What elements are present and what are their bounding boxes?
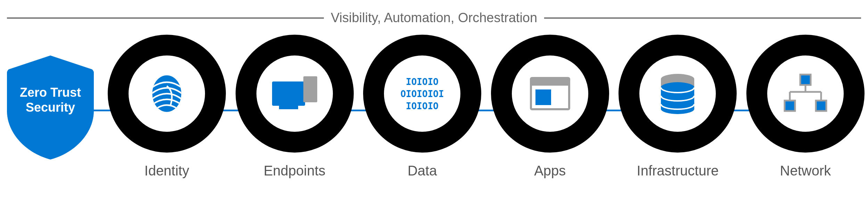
svg-rect-21 — [816, 101, 826, 111]
devices-icon — [270, 69, 319, 118]
pillar-ring-infrastructure — [619, 35, 737, 153]
window-icon — [526, 69, 574, 118]
pillar-data: IOIOIO OIOIOIOI IOIOIO Data — [363, 35, 481, 179]
pillar-label-infrastructure: Infrastructure — [637, 163, 719, 179]
header-divider: Visibility, Automation, Orchestration — [7, 10, 861, 25]
pillar-label-data: Data — [408, 163, 437, 179]
svg-text:OIOIOIOI: OIOIOIOI — [401, 89, 444, 99]
shield-title: Zero Trust Security — [7, 85, 94, 115]
binary-icon: IOIOIO OIOIOIOI IOIOIO — [398, 69, 447, 118]
shield-title-line1: Zero Trust — [20, 85, 81, 100]
pillar-infrastructure: Infrastructure — [619, 35, 737, 179]
svg-rect-20 — [785, 101, 795, 111]
network-icon — [781, 69, 830, 118]
pillars-row: Identity Endpoints IOIOIO OIOIOIOI IOIOI… — [108, 35, 865, 179]
header-line-left — [7, 18, 324, 18]
svg-text:IOIOIO: IOIOIO — [406, 101, 439, 111]
pillar-identity: Identity — [108, 35, 226, 179]
pillar-label-endpoints: Endpoints — [264, 163, 326, 179]
pillar-ring-data: IOIOIO OIOIOIOI IOIOIO — [363, 35, 481, 153]
pillar-label-network: Network — [780, 163, 831, 179]
database-icon — [653, 69, 702, 118]
pillar-endpoints: Endpoints — [236, 35, 354, 179]
zero-trust-shield: Zero Trust Security — [7, 55, 94, 160]
fingerprint-icon — [142, 69, 191, 118]
header-line-right — [544, 18, 861, 18]
svg-rect-2 — [272, 81, 305, 106]
pillar-ring-network — [746, 35, 865, 153]
svg-text:IOIOIO: IOIOIO — [406, 77, 439, 87]
shield-title-line2: Security — [26, 100, 75, 114]
pillar-ring-apps — [491, 35, 609, 153]
header-title: Visibility, Automation, Orchestration — [324, 10, 544, 25]
pillar-apps: Apps — [491, 35, 609, 179]
svg-rect-4 — [303, 76, 317, 102]
pillar-network: Network — [746, 35, 865, 179]
svg-rect-3 — [279, 106, 298, 109]
pillar-ring-identity — [108, 35, 226, 153]
pillar-label-identity: Identity — [145, 163, 189, 179]
svg-rect-9 — [531, 78, 569, 86]
pillar-ring-endpoints — [236, 35, 354, 153]
svg-rect-19 — [800, 75, 811, 85]
pillar-label-apps: Apps — [534, 163, 566, 179]
svg-rect-10 — [535, 89, 551, 105]
